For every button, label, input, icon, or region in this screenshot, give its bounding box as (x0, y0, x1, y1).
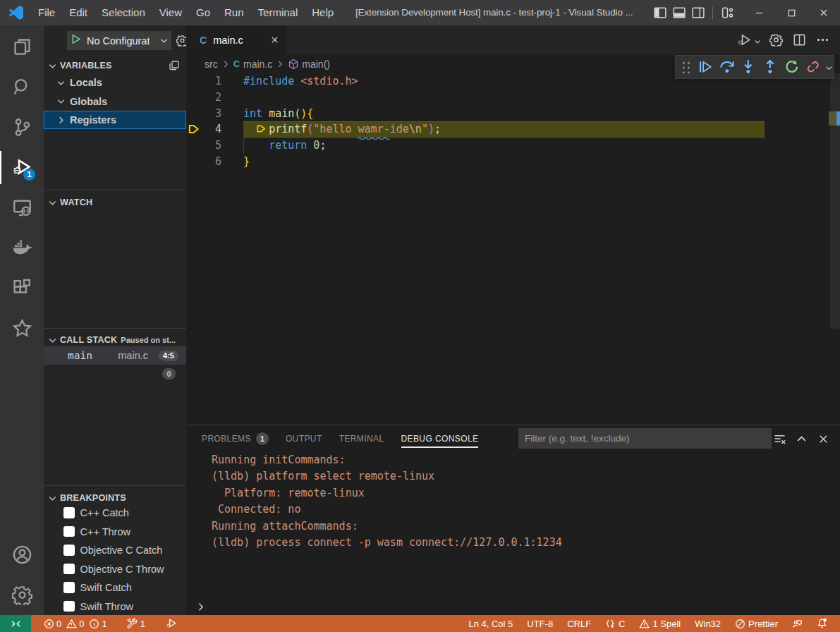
customize-layout-icon[interactable] (722, 6, 734, 19)
breadcrumb-symbol[interactable]: main() (302, 59, 330, 70)
console-input-row[interactable] (186, 599, 840, 616)
panel-tab-output[interactable]: OUTPUT (286, 425, 322, 452)
breakpoint-checkbox[interactable] (63, 526, 75, 537)
menu-run[interactable]: Run (217, 0, 251, 25)
tab-main-c[interactable]: Cmain.c (186, 25, 287, 54)
close-panel-icon[interactable] (817, 432, 830, 446)
breakpoint-row[interactable]: Swift Catch (44, 578, 186, 597)
menu-edit[interactable]: Edit (62, 0, 95, 25)
toggle-secondary-sidebar-icon[interactable] (692, 6, 705, 19)
drag-grip-icon[interactable] (681, 60, 691, 74)
clear-console-icon[interactable] (773, 432, 786, 446)
activitybar-item-source-control[interactable] (0, 107, 44, 147)
statusbar-cursor-position[interactable]: Ln 4, Col 5 (461, 615, 520, 632)
activitybar-item-search[interactable] (0, 67, 44, 107)
activitybar-item-remote-explorer[interactable] (0, 188, 44, 228)
console-filter-input[interactable]: Filter (e.g. text, !exclude) (518, 428, 772, 449)
debug-configuration-dropdown[interactable]: No Configurat (67, 31, 171, 50)
statusbar-item-label: Ln 4, Col 5 (468, 619, 513, 629)
tree-item-label: Globals (70, 96, 107, 107)
variables-item-registers[interactable]: Registers (44, 111, 186, 129)
breakpoint-row[interactable]: Objective C Throw (44, 560, 186, 578)
statusbar-notifications[interactable] (810, 615, 835, 632)
breakpoint-row[interactable]: Swift Throw (44, 597, 186, 616)
toggle-panel-icon[interactable] (673, 6, 686, 19)
status-bar: 0011Ln 4, Col 5UTF-8CRLFC1 SpellWin32Pre… (0, 615, 840, 632)
statusbar-feedback[interactable] (785, 615, 810, 632)
close-tab-icon[interactable] (269, 35, 280, 45)
menu-go[interactable]: Go (189, 0, 217, 25)
step-over-icon[interactable] (719, 59, 735, 75)
variables-section-header[interactable]: VARIABLES (44, 56, 186, 75)
breakpoint-checkbox[interactable] (63, 545, 75, 556)
maximize-button[interactable] (775, 0, 808, 25)
chevron-down-icon[interactable] (824, 63, 834, 72)
breadcrumb-file[interactable]: main.c (243, 59, 272, 70)
activitybar-item-explorer[interactable] (0, 27, 44, 67)
remote-indicator[interactable] (0, 615, 31, 632)
statusbar-encoding[interactable]: UTF-8 (520, 615, 560, 632)
breakpoint-checkbox[interactable] (63, 564, 75, 575)
statusbar-tasks[interactable]: 1 (119, 615, 152, 632)
chevron-down-icon (159, 35, 169, 46)
statusbar-problems[interactable]: 001 (37, 615, 119, 632)
statusbar-platform[interactable]: Win32 (688, 615, 728, 632)
panel-tab-debug-console[interactable]: DEBUG CONSOLE (401, 425, 479, 452)
code-editor[interactable]: 1#include <stdio.h>23int main(){4 printf… (186, 73, 840, 425)
activitybar-item-extensions[interactable] (0, 268, 44, 308)
variables-item-globals[interactable]: Globals (44, 92, 186, 111)
continue-icon[interactable] (698, 59, 713, 75)
callstack-title: CALL STACK (60, 335, 117, 345)
close-button[interactable] (808, 0, 840, 25)
statusbar-spell-checker[interactable]: 1 Spell (632, 615, 688, 632)
run-or-debug-icon[interactable] (738, 33, 751, 47)
statusbar-debug[interactable] (159, 615, 185, 632)
split-editor-icon[interactable] (793, 33, 806, 47)
step-out-icon[interactable] (762, 59, 778, 75)
statusbar-left: 0011 (37, 615, 185, 632)
menu-file[interactable]: File (31, 0, 62, 25)
stack-frame-row[interactable]: mainmain.c4:5 (44, 346, 186, 365)
callstack-status: Paused on st... (121, 336, 176, 344)
breakpoint-checkbox[interactable] (63, 582, 75, 593)
variables-item-locals[interactable]: Locals (44, 73, 186, 92)
menu-help[interactable]: Help (305, 0, 341, 25)
chevron-down-icon[interactable] (753, 36, 762, 44)
activitybar-item-docker[interactable] (0, 228, 44, 268)
panel-tab-terminal[interactable]: TERMINAL (339, 425, 384, 452)
maximize-panel-icon[interactable] (795, 432, 808, 446)
activitybar-item-favorites[interactable] (0, 308, 44, 348)
breakpoint-row[interactable]: Objective C Catch (44, 541, 186, 559)
activitybar-item-run-and-debug[interactable]: 1 (0, 147, 44, 188)
breakpoint-row[interactable]: C++ Throw (44, 523, 186, 541)
collapse-all-icon[interactable] (169, 60, 180, 71)
stack-frame-glyph-icon (188, 123, 200, 136)
menu-view[interactable]: View (152, 0, 189, 25)
activitybar-item-accounts[interactable] (0, 535, 44, 575)
step-into-icon[interactable] (741, 59, 756, 75)
breadcrumb-folder[interactable]: src (205, 59, 218, 70)
breakpoint-row[interactable]: C++ Catch (44, 504, 186, 522)
minimize-button[interactable] (743, 0, 775, 25)
breakpoint-checkbox[interactable] (63, 601, 75, 612)
panel-tab-problems[interactable]: PROBLEMS1 (202, 425, 269, 452)
debug-start-icon[interactable] (67, 33, 82, 48)
statusbar-eol[interactable]: CRLF (560, 615, 598, 632)
console-line: (lldb) process connect -p wasm connect:/… (212, 535, 840, 551)
menu-selection[interactable]: Selection (95, 0, 152, 25)
code-line-6: 6} (186, 154, 840, 170)
statusbar-language-mode[interactable]: C (598, 615, 632, 632)
debug-console-output[interactable]: Running initCommands:(lldb) platform sel… (186, 452, 840, 597)
menu-terminal[interactable]: Terminal (251, 0, 305, 25)
more-actions-icon[interactable] (816, 33, 829, 47)
editor-area: Cmain.csrcCmain.cmain()1#include <stdio.… (186, 25, 840, 615)
toggle-sidebar-icon[interactable] (654, 6, 666, 19)
statusbar-prettier[interactable]: Prettier (728, 615, 785, 632)
gear-icon[interactable] (769, 33, 783, 47)
breakpoint-checkbox[interactable] (63, 507, 75, 518)
disconnect-icon[interactable] (805, 59, 821, 75)
restart-icon[interactable] (784, 59, 800, 75)
line-number: 6 (186, 154, 221, 170)
activitybar-item-settings[interactable] (0, 575, 44, 615)
watch-section-header[interactable]: WATCH (44, 193, 186, 212)
